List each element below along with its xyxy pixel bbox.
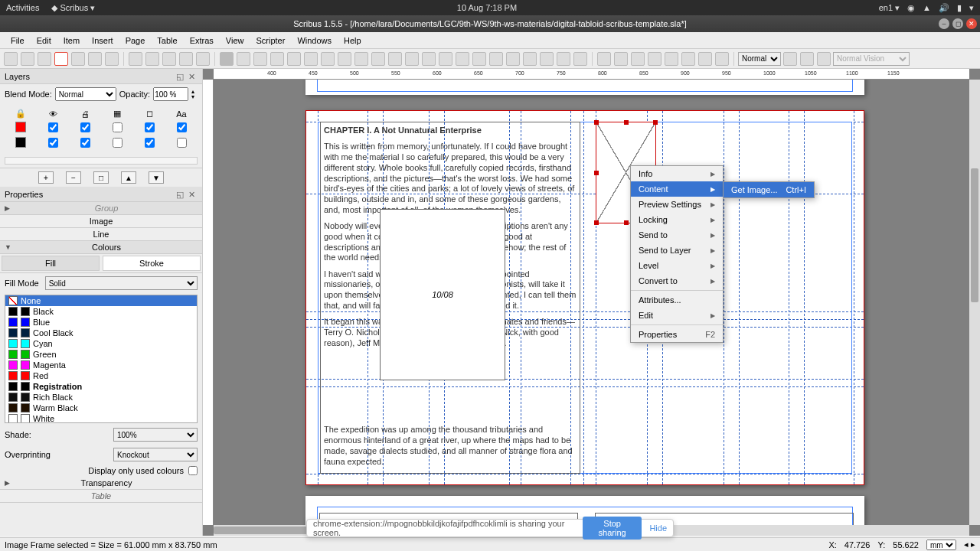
volume-icon[interactable]: 🔊 <box>939 3 949 13</box>
color-item-blue[interactable]: Blue <box>5 317 197 328</box>
context-locking[interactable]: Locking▶ <box>631 212 723 227</box>
canvas-area[interactable]: 4004505005506006507007508008509009501000… <box>203 69 980 536</box>
add-layer-button[interactable]: + <box>38 171 54 184</box>
edit-mode-icon[interactable] <box>817 52 831 66</box>
table-expander[interactable]: Table <box>0 490 202 503</box>
color-item-black[interactable]: Black <box>5 306 197 317</box>
color-item-rich-black[interactable]: Rich Black <box>5 392 197 403</box>
save-icon[interactable] <box>38 52 51 66</box>
zoom-controls[interactable]: ◂ ▸ <box>964 540 975 549</box>
layer-up-button[interactable]: ▲ <box>121 171 136 184</box>
layer-lock-2[interactable] <box>113 138 122 148</box>
color-item-none[interactable]: None <box>5 295 197 306</box>
context-info[interactable]: Info▶ <box>631 166 723 181</box>
display-used-checkbox[interactable] <box>188 466 198 475</box>
calligraphy-icon[interactable] <box>422 52 436 66</box>
maximize-button[interactable]: ◻ <box>952 18 963 29</box>
scroll-vertical[interactable] <box>969 80 980 525</box>
unit-select[interactable]: mm <box>926 540 956 550</box>
color-item-cool-black[interactable]: Cool Black <box>5 328 197 338</box>
pdf-button-icon[interactable] <box>597 52 611 66</box>
preview-icon[interactable] <box>800 52 814 66</box>
zoom-icon[interactable] <box>456 52 469 66</box>
opacity-spinner[interactable]: ▴▾ <box>191 89 194 99</box>
menu-help[interactable]: Help <box>338 34 368 47</box>
color-item-red[interactable]: Red <box>5 370 197 381</box>
blend-mode-select[interactable]: Normal <box>55 87 116 101</box>
menu-page[interactable]: Page <box>119 34 152 47</box>
pdf-text-icon[interactable] <box>631 52 645 66</box>
battery-icon[interactable]: ▮ <box>957 3 962 13</box>
pdf-list-icon[interactable] <box>681 52 695 66</box>
context-convert-to[interactable]: Convert to▶ <box>631 273 723 289</box>
polygon-icon[interactable] <box>338 52 351 66</box>
story-editor-icon[interactable] <box>489 52 503 66</box>
layer-color-2[interactable] <box>15 137 26 148</box>
close-panel-icon[interactable]: ✕ <box>188 72 198 81</box>
freehand-icon[interactable] <box>405 52 419 66</box>
ruler-vertical[interactable] <box>203 80 214 525</box>
network-icon[interactable]: ▲ <box>923 3 931 12</box>
context-attributes-[interactable]: Attributes... <box>631 292 723 308</box>
fill-mode-select[interactable]: Solid <box>45 276 198 290</box>
color-item-registration[interactable]: Registration <box>5 381 197 392</box>
color-item-green[interactable]: Green <box>5 349 197 360</box>
date-frame[interactable]: 10/08 <box>380 209 505 380</box>
group-expander[interactable]: ▶Group <box>0 202 202 215</box>
menu-scripter[interactable]: Scripter <box>250 34 291 47</box>
menu-table[interactable]: Table <box>151 34 183 47</box>
layer-flow-1[interactable] <box>145 122 155 132</box>
layer-lock-1[interactable] <box>113 122 122 132</box>
menu-view[interactable]: View <box>220 34 250 47</box>
context-send-to[interactable]: Send to▶ <box>631 227 723 243</box>
paste-icon[interactable] <box>196 52 210 66</box>
lang-indicator[interactable]: en1 ▾ <box>879 3 900 13</box>
pdf-check-icon[interactable] <box>648 52 662 66</box>
shape-icon[interactable] <box>304 52 318 66</box>
menu-windows[interactable]: Windows <box>291 34 338 47</box>
menu-bar[interactable]: FileEditItemInsertPageTableExtrasViewScr… <box>0 32 980 49</box>
new-icon[interactable] <box>4 52 18 66</box>
edit-text-icon[interactable] <box>472 52 486 66</box>
layer-down-button[interactable]: ▼ <box>149 171 164 184</box>
undo-icon[interactable] <box>129 52 142 66</box>
layer-flow-2[interactable] <box>145 138 155 148</box>
table-icon[interactable] <box>287 52 301 66</box>
copy-props-icon[interactable] <box>557 52 570 66</box>
view-mode-select[interactable]: Normal <box>738 52 781 66</box>
context-preview-settings[interactable]: Preview Settings▶ <box>631 197 723 212</box>
hide-share-button[interactable]: Hide <box>649 523 667 533</box>
shade-select[interactable]: 100% <box>113 428 198 442</box>
menu-edit[interactable]: Edit <box>31 34 57 47</box>
layer-vis-2[interactable] <box>48 138 58 148</box>
color-item-white[interactable]: White <box>5 413 197 423</box>
undock-icon[interactable]: ◱ <box>176 72 185 81</box>
app-indicator[interactable]: ◆ Scribus ▾ <box>51 3 95 13</box>
layer-color-1[interactable] <box>15 122 26 132</box>
layer-outline-2[interactable] <box>177 138 187 148</box>
bezier-icon[interactable] <box>388 52 402 66</box>
context-content[interactable]: Content▶ <box>631 181 723 197</box>
remove-layer-button[interactable]: − <box>66 171 81 184</box>
minimize-button[interactable]: – <box>939 18 949 29</box>
ruler-horizontal[interactable]: 4004505005506006507007508008509009501000… <box>214 69 969 80</box>
line-tool-icon[interactable] <box>371 52 385 66</box>
color-item-cyan[interactable]: Cyan <box>5 338 197 349</box>
dup-layer-button[interactable]: □ <box>93 171 109 184</box>
a11y-icon[interactable]: ◉ <box>907 3 915 13</box>
layers-scrollbar[interactable] <box>5 157 198 165</box>
opacity-input[interactable] <box>153 87 188 101</box>
pdf-annot-icon[interactable] <box>698 52 712 66</box>
layer-outline-1[interactable] <box>177 122 187 132</box>
pdf-link-icon[interactable] <box>715 52 729 66</box>
redo-icon[interactable] <box>145 52 159 66</box>
link-frames-icon[interactable] <box>506 52 520 66</box>
open-icon[interactable] <box>21 52 34 66</box>
image-expander[interactable]: Image <box>0 215 202 228</box>
close-button[interactable]: ✕ <box>966 18 977 29</box>
overprint-select[interactable]: Knockout <box>113 448 198 461</box>
context-send-to-layer[interactable]: Send to Layer▶ <box>631 243 723 258</box>
menu-item[interactable]: Item <box>57 34 86 47</box>
print-icon[interactable] <box>71 52 85 66</box>
copy-icon[interactable] <box>179 52 193 66</box>
